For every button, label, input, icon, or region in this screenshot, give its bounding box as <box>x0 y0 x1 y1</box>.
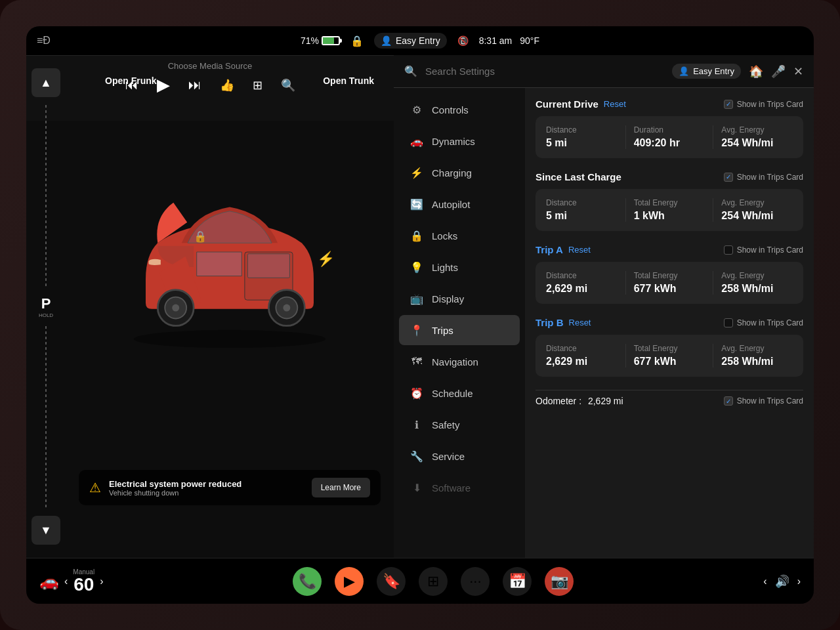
divider-1 <box>625 125 626 149</box>
since-last-charge-checkbox[interactable]: ✓ <box>724 173 733 182</box>
learn-more-button[interactable]: Learn More <box>312 478 370 497</box>
divider-8 <box>713 344 713 368</box>
nav-item-software[interactable]: ⬇ Software <box>399 472 520 503</box>
trip-b-reset-button[interactable]: Reset <box>569 318 591 327</box>
nav-item-charging[interactable]: ⚡ Charging <box>399 158 520 188</box>
odometer-value: 2,629 mi <box>588 396 623 406</box>
trip-a-show-label: Show in Trips Card <box>737 245 803 255</box>
nav-item-trips[interactable]: 📍 Trips <box>399 315 520 345</box>
trip-a-avg-energy: Avg. Energy 258 Wh/mi <box>721 271 793 295</box>
nav-charging-label: Charging <box>432 167 472 178</box>
nav-item-display[interactable]: 📺 Display <box>399 284 520 314</box>
nav-item-locks[interactable]: 🔒 Locks <box>399 220 520 251</box>
charging-icon: ⚡ <box>410 165 424 180</box>
phone-button[interactable]: 📞 <box>293 567 322 596</box>
settings-topbar: 🔍 👤 Easy Entry 🏠 🎤 ✕ <box>394 55 814 88</box>
settings-body: ⚙ Controls 🚗 Dynamics ⚡ Charging 🔄 <box>394 88 814 558</box>
odometer-checkbox[interactable]: ✓ <box>724 396 733 406</box>
trip-b-avg-energy: Avg. Energy 258 Wh/mi <box>721 344 793 368</box>
trip-a-title: Trip A Reset <box>536 244 591 255</box>
current-drive-show-trips: ✓ Show in Trips Card <box>724 100 803 109</box>
locks-icon: 🔒 <box>410 228 424 243</box>
nav-item-autopilot[interactable]: 🔄 Autopilot <box>399 189 520 219</box>
warning-icon: ⚠ <box>89 480 101 495</box>
current-drive-duration-value: 409:20 hr <box>634 137 705 149</box>
current-drive-energy-label: Avg. Energy <box>721 125 793 135</box>
bookmark-button[interactable]: 🔖 <box>377 567 406 596</box>
settings-nav: ⚙ Controls 🚗 Dynamics ⚡ Charging 🔄 <box>394 88 525 558</box>
up-button[interactable]: ▲ <box>32 68 60 97</box>
odometer-show-label: Show in Trips Card <box>737 396 803 406</box>
nav-next-button[interactable]: › <box>797 576 801 587</box>
trip-a-checkbox[interactable] <box>724 245 733 255</box>
front-hub-center <box>172 304 179 312</box>
device-bezel: ≡Ð 71% 🔒 👤 Easy Entry 📵 8:31 am 90°F <box>0 0 840 630</box>
down-button[interactable]: ▼ <box>32 516 60 545</box>
trip-b-show-trips: Show in Trips Card <box>724 318 803 327</box>
current-drive-checkbox[interactable]: ✓ <box>724 100 733 109</box>
speed-decrease-button[interactable]: ‹ <box>64 576 68 587</box>
current-drive-reset-button[interactable]: Reset <box>604 99 626 109</box>
slc-distance-label: Distance <box>546 198 618 207</box>
grid-button[interactable]: ⊞ <box>419 567 448 596</box>
calendar-icon: 📅 <box>509 573 526 590</box>
trip-b-show-label: Show in Trips Card <box>737 318 803 327</box>
settings-close-icon[interactable]: ✕ <box>793 64 803 79</box>
slc-avg-energy: Avg. Energy 254 Wh/mi <box>721 198 793 222</box>
nav-display-label: Display <box>432 293 464 304</box>
nav-locks-label: Locks <box>432 230 457 242</box>
nav-item-lights[interactable]: 💡 Lights <box>399 252 520 282</box>
nav-item-safety[interactable]: ℹ Safety <box>399 410 520 440</box>
divider-7 <box>625 344 626 368</box>
trip-b-checkbox[interactable] <box>724 318 733 327</box>
current-drive-energy: Avg. Energy 254 Wh/mi <box>721 125 793 149</box>
speed-display: Manual 60 <box>73 568 94 594</box>
trip-a-show-trips: Show in Trips Card <box>724 245 803 255</box>
odometer-label: Odometer : <box>536 396 581 406</box>
speed-increase-button[interactable]: › <box>100 576 103 587</box>
nav-prev-button[interactable]: ‹ <box>763 576 766 587</box>
nav-trips-label: Trips <box>432 325 453 336</box>
car-visual: ⚡ 🔒 <box>79 81 381 423</box>
home-icon[interactable]: 🏠 <box>749 64 763 79</box>
since-last-charge-label: Since Last Charge <box>536 171 621 182</box>
trip-a-distance-value: 2,629 mi <box>546 283 618 295</box>
status-bar: ≡Ð 71% 🔒 👤 Easy Entry 📵 8:31 am 90°F <box>26 26 814 55</box>
temp-display: 90°F <box>520 35 539 46</box>
car-overview-button[interactable]: 🚗 <box>39 572 59 591</box>
settings-user-badge: 👤 Easy Entry <box>672 64 741 79</box>
trip-b-distance-value: 2,629 mi <box>546 356 618 368</box>
nav-item-schedule[interactable]: ⏰ Schedule <box>399 378 520 408</box>
autopilot-icon: 🔄 <box>410 197 424 211</box>
dynamics-icon: 🚗 <box>410 134 424 148</box>
park-letter: P <box>41 295 51 312</box>
warning-title: Electrical system power reduced <box>109 479 304 489</box>
nav-item-dynamics[interactable]: 🚗 Dynamics <box>399 126 520 156</box>
divider-3 <box>625 198 626 222</box>
warning-banner: ⚠ Electrical system power reduced Vehicl… <box>79 470 381 505</box>
slc-avg-value: 254 Wh/mi <box>721 210 793 222</box>
camera-icon: 📷 <box>551 573 568 590</box>
dots-button[interactable]: ··· <box>461 567 490 596</box>
trips-icon: 📍 <box>410 323 424 337</box>
nav-item-service[interactable]: 🔧 Service <box>399 441 520 471</box>
trip-a-reset-button[interactable]: Reset <box>568 245 591 255</box>
music-button[interactable]: ▶ <box>335 567 364 596</box>
dotted-line-top <box>45 105 47 287</box>
time-temp: 8:31 am 90°F <box>479 35 539 46</box>
door-window <box>197 252 242 276</box>
camera-button[interactable]: 📷 <box>545 567 574 596</box>
calendar-button[interactable]: 📅 <box>503 567 532 596</box>
since-last-charge-title: Since Last Charge <box>536 171 621 182</box>
headlights-icon: ≡Ð <box>37 35 51 47</box>
mic-icon[interactable]: 🎤 <box>771 64 786 79</box>
trip-b-distance: Distance 2,629 mi <box>546 344 618 368</box>
nav-item-navigation[interactable]: 🗺 Navigation <box>399 346 520 377</box>
settings-search-input[interactable] <box>425 66 664 77</box>
nav-item-controls[interactable]: ⚙ Controls <box>399 94 520 125</box>
slc-avg-label: Avg. Energy <box>721 198 793 207</box>
volume-button[interactable]: 🔊 <box>775 574 789 589</box>
trip-b-header: Trip B Reset Show in Trips Card <box>536 317 803 328</box>
grid-icon: ⊞ <box>427 573 439 590</box>
dotted-line-bottom <box>45 326 47 509</box>
